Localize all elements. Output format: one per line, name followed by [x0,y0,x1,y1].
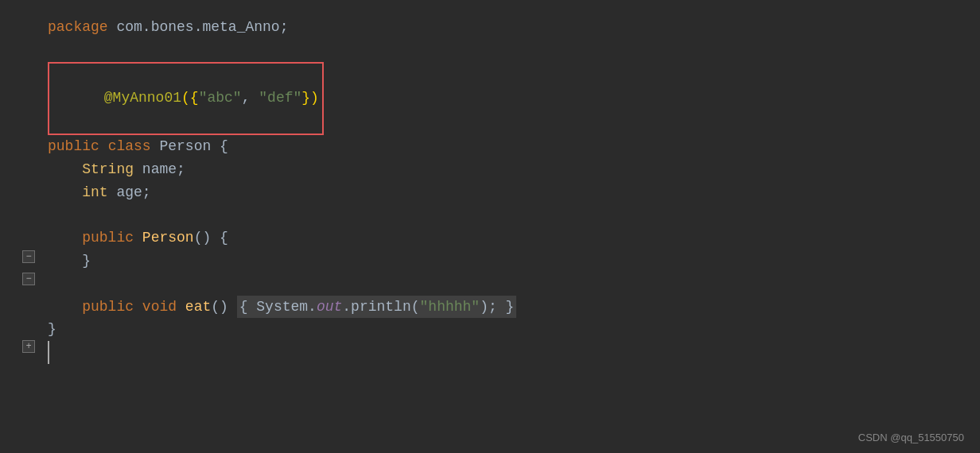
cursor-char [51,341,60,364]
type-string: String [82,158,142,181]
class-name-person: Person { [159,135,228,158]
code-line-10 [48,273,980,296]
method-eat: eat [185,296,211,319]
comma: , [242,90,259,106]
code-line-7 [48,203,980,226]
keyword-public-3: public [82,296,142,319]
eat-parens: () [211,296,236,319]
code-line-12: } [48,318,980,341]
constructor-name: Person [142,226,194,250]
code-line-9: } [48,250,980,273]
code-line-1: package com.bones.meta_Anno; [48,16,980,39]
close-brace-constructor: } [82,250,91,273]
indent-11 [48,296,82,319]
method-body: { System.out.println("hhhhh"); } [237,296,517,319]
code-line-11: public void eat() { System.out.println("… [48,296,980,319]
indent-8 [48,226,82,250]
brace-open: { [190,90,199,106]
code-editor: package com.bones.meta_Anno; @MyAnno01({… [0,0,980,453]
code-line-3: @MyAnno01({"abc", "def"}) [48,62,980,135]
brace-close: } [301,90,310,106]
code-line-5: String name; [48,158,980,181]
constructor-parens: () { [194,226,228,250]
field-age: age; [116,181,150,204]
keyword-package: package [48,16,116,39]
keyword-class: class [108,135,160,158]
code-line-2 [48,39,980,62]
fold-method-icon[interactable]: + [22,340,35,353]
keyword-public-2: public [82,226,142,250]
annotation-name: @MyAnno01 [104,90,181,106]
annotation-highlighted: @MyAnno01({"abc", "def"}) [48,62,324,135]
string-def: "def" [259,90,301,106]
code-line-8: public Person() { [48,226,980,250]
paren-open: ( [181,90,190,106]
indent-5 [48,158,82,181]
type-int: int [82,181,116,204]
code-line-4: public class Person { [48,135,980,158]
keyword-public: public [48,135,108,158]
keyword-void: void [142,296,185,319]
package-name: com.bones.meta_Anno; [116,16,288,39]
code-line-13 [48,341,980,364]
indent-6 [48,181,82,204]
paren-close: ) [310,90,319,106]
watermark: CSDN @qq_51550750 [858,432,964,443]
field-name: name; [142,158,185,181]
indent-9 [48,250,82,273]
fold-constructor-icon[interactable]: − [22,250,35,263]
code-line-6: int age; [48,181,980,204]
string-abc: "abc" [199,90,242,106]
fold-constructor-end-icon[interactable]: − [22,273,35,285]
close-brace-class: } [48,318,56,341]
